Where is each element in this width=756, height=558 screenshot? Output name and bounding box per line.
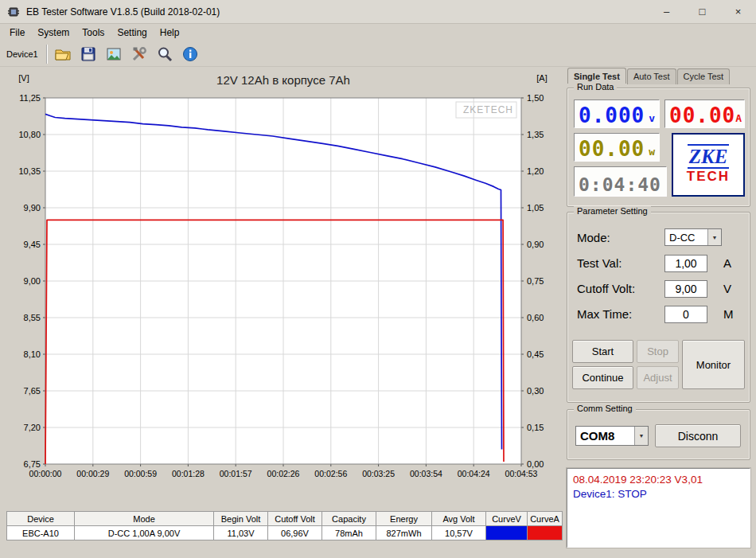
zoom-icon[interactable] bbox=[154, 44, 175, 64]
test-val-label: Test Val: bbox=[577, 256, 622, 270]
svg-text:7,20: 7,20 bbox=[24, 423, 41, 432]
svg-text:00:03:54: 00:03:54 bbox=[410, 469, 442, 478]
voltage-display: 0.000 v bbox=[574, 100, 660, 128]
current-value: 00.00 bbox=[669, 105, 735, 126]
device-selector[interactable]: Device1 bbox=[0, 45, 48, 64]
tools-icon[interactable] bbox=[129, 44, 150, 64]
menu-setting[interactable]: Setting bbox=[111, 25, 153, 41]
monitor-button[interactable]: Monitor bbox=[682, 340, 745, 389]
continue-button[interactable]: Continue bbox=[572, 366, 633, 389]
comm-setting-group: Comm Setting COM8 ▼ Disconn bbox=[567, 409, 750, 460]
svg-text:1,35: 1,35 bbox=[527, 130, 544, 139]
svg-text:00:00:59: 00:00:59 bbox=[124, 469, 157, 478]
svg-text:12V 12Ah в корпусе 7Ah: 12V 12Ah в корпусе 7Ah bbox=[216, 73, 350, 87]
max-time-field[interactable]: 0 bbox=[664, 306, 707, 323]
chevron-down-icon[interactable]: ▼ bbox=[707, 229, 721, 245]
table-header-row: Device Mode Begin Volt Cutoff Volt Capac… bbox=[7, 512, 563, 526]
disconnect-button[interactable]: Disconn bbox=[655, 424, 741, 447]
svg-text:1,50: 1,50 bbox=[527, 93, 544, 103]
current-display: 00.00 A bbox=[664, 100, 745, 128]
col-device: Device bbox=[7, 512, 75, 526]
power-display: 00.00 w bbox=[574, 133, 660, 162]
adjust-button: Adjust bbox=[637, 366, 679, 389]
svg-text:00:03:25: 00:03:25 bbox=[362, 469, 395, 478]
export-image-icon[interactable] bbox=[103, 44, 124, 64]
svg-text:9,00: 9,00 bbox=[24, 276, 41, 286]
col-curve-a: CurveA bbox=[528, 512, 563, 526]
test-val-unit: A bbox=[723, 256, 731, 270]
svg-text:10,80: 10,80 bbox=[18, 130, 41, 139]
save-icon[interactable] bbox=[78, 44, 99, 64]
svg-text:00:01:57: 00:01:57 bbox=[220, 469, 252, 478]
cutoff-volt-unit: V bbox=[723, 282, 731, 295]
col-avg-volt: Avg Volt bbox=[432, 512, 486, 526]
power-unit: w bbox=[649, 146, 655, 159]
chart-area: 11,251,5010,801,3510,351,209,901,059,450… bbox=[0, 67, 565, 497]
svg-text:0,75: 0,75 bbox=[527, 276, 544, 286]
col-curve-v: CurveV bbox=[486, 512, 528, 526]
menu-file[interactable]: File bbox=[3, 25, 31, 41]
svg-text:7,65: 7,65 bbox=[24, 386, 41, 396]
com-port-combo[interactable]: COM8 ▼ bbox=[575, 426, 649, 446]
svg-text:11,25: 11,25 bbox=[19, 93, 41, 103]
menu-help[interactable]: Help bbox=[154, 25, 186, 41]
info-icon[interactable] bbox=[180, 44, 201, 64]
toolbar: Device1 bbox=[0, 41, 756, 67]
close-button[interactable]: × bbox=[720, 0, 756, 24]
svg-text:[V]: [V] bbox=[18, 73, 29, 83]
status-device-state: Device1: STOP bbox=[573, 488, 744, 500]
table-row: EBC-A10 D-CC 1,00A 9,00V 11,03V 06,96V 7… bbox=[7, 526, 563, 540]
minimize-button[interactable]: – bbox=[649, 0, 684, 24]
cutoff-volt-label: Cutoff Volt: bbox=[577, 282, 635, 295]
svg-text:10,35: 10,35 bbox=[18, 166, 41, 176]
chevron-down-icon[interactable]: ▼ bbox=[634, 427, 648, 445]
time-display: 0:04:40 bbox=[574, 166, 667, 197]
parameter-setting-group: Parameter Setting Mode: D-CC ▼ Test Val:… bbox=[567, 212, 750, 403]
comm-setting-label: Comm Setting bbox=[574, 404, 636, 413]
open-file-icon[interactable] bbox=[53, 44, 73, 64]
svg-text:8,55: 8,55 bbox=[24, 313, 41, 322]
curve-v-swatch[interactable] bbox=[486, 526, 528, 540]
right-panel: Single Test Auto Test Cycle Test Run Dat… bbox=[565, 67, 756, 558]
tab-single-test[interactable]: Single Test bbox=[567, 68, 626, 84]
start-button[interactable]: Start bbox=[572, 340, 633, 363]
col-cutoff-volt: Cutoff Volt bbox=[268, 512, 322, 526]
svg-text:1,20: 1,20 bbox=[527, 166, 544, 176]
run-data-label: Run Data bbox=[574, 82, 617, 92]
menu-system[interactable]: System bbox=[31, 25, 76, 41]
svg-text:00:02:56: 00:02:56 bbox=[314, 469, 347, 478]
tab-cycle-test[interactable]: Cycle Test bbox=[677, 68, 731, 84]
svg-text:0,30: 0,30 bbox=[527, 386, 544, 396]
logo-zke-text: ZKE bbox=[688, 144, 730, 169]
svg-text:9,90: 9,90 bbox=[24, 203, 41, 213]
cell-cutoff-volt: 06,96V bbox=[268, 526, 322, 540]
status-datetime: 08.04.2019 23:20:23 V3,01 bbox=[573, 474, 744, 486]
col-energy: Energy bbox=[376, 512, 432, 526]
test-val-field[interactable]: 1,00 bbox=[664, 255, 707, 272]
cell-energy: 827mWh bbox=[376, 526, 432, 540]
voltage-value: 0.000 bbox=[579, 105, 645, 126]
maximize-button[interactable]: □ bbox=[684, 0, 720, 24]
time-value: 0:04:40 bbox=[579, 176, 661, 194]
menu-bar: File System Tools Setting Help bbox=[0, 24, 756, 41]
svg-text:0,00: 0,00 bbox=[527, 459, 544, 469]
svg-text:00:04:53: 00:04:53 bbox=[505, 469, 538, 478]
tab-auto-test[interactable]: Auto Test bbox=[627, 68, 676, 84]
svg-text:00:04:24: 00:04:24 bbox=[458, 469, 490, 478]
cell-device: EBC-A10 bbox=[7, 526, 75, 540]
svg-text:6,75: 6,75 bbox=[24, 459, 41, 469]
app-window: EB Tester Software V1.8.5 (Build 2018-02… bbox=[0, 0, 756, 558]
title-bar: EB Tester Software V1.8.5 (Build 2018-02… bbox=[0, 0, 756, 24]
col-capacity: Capacity bbox=[322, 512, 376, 526]
svg-text:00:00:00: 00:00:00 bbox=[29, 469, 62, 478]
mode-label: Mode: bbox=[577, 231, 610, 244]
svg-text:00:01:28: 00:01:28 bbox=[172, 469, 205, 478]
menu-tools[interactable]: Tools bbox=[76, 25, 111, 41]
run-data-group: Run Data 0.000 v 00.00 A 00.00 w 0:04:40… bbox=[567, 88, 750, 207]
mode-combo[interactable]: D-CC ▼ bbox=[664, 228, 722, 246]
cutoff-volt-field[interactable]: 9,00 bbox=[664, 280, 707, 298]
max-time-unit: M bbox=[723, 307, 734, 321]
curve-a-swatch[interactable] bbox=[528, 526, 563, 540]
voltage-unit: v bbox=[649, 112, 655, 126]
cell-capacity: 78mAh bbox=[322, 526, 376, 540]
